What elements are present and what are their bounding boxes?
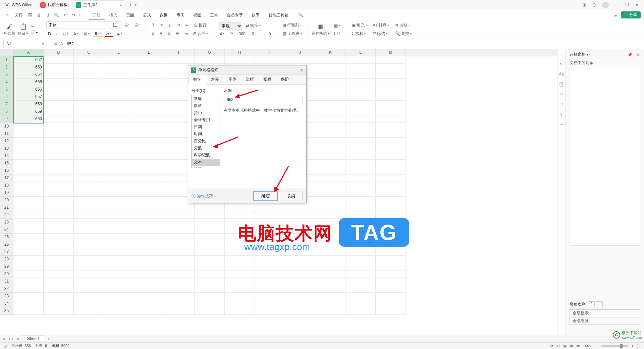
cell-D15[interactable] (104, 160, 134, 167)
cell-C9[interactable] (74, 115, 104, 123)
cell-H33[interactable] (225, 293, 255, 300)
row-header-1[interactable]: 1 (0, 56, 13, 64)
collapse-panel-icon[interactable]: — (559, 52, 564, 56)
row-header-17[interactable]: 17 (0, 174, 13, 182)
reader-icon[interactable]: ⊞ (583, 2, 586, 7)
cell-M15[interactable] (376, 160, 406, 167)
cell-B6[interactable] (44, 93, 74, 101)
tab-menu-icon[interactable]: ▾ (135, 3, 137, 7)
cell-E24[interactable] (134, 226, 164, 234)
cell-K17[interactable] (315, 174, 345, 182)
cell-G25[interactable] (195, 234, 225, 241)
cell-B18[interactable] (44, 182, 74, 189)
select-tool-icon[interactable]: ↖ (560, 62, 563, 66)
cell-B23[interactable] (44, 219, 74, 226)
col-header-G[interactable]: G (195, 49, 225, 56)
cell-M12[interactable] (376, 138, 406, 145)
cell-A35[interactable] (13, 307, 44, 315)
cell-M4[interactable] (376, 79, 406, 86)
cell-K18[interactable] (315, 182, 345, 189)
dlg-tab-protect[interactable]: 保护 (276, 75, 293, 84)
row-header-10[interactable]: 10 (0, 123, 13, 130)
font-color-icon[interactable]: A▾ (105, 30, 113, 37)
fx-icon[interactable]: fx (60, 42, 63, 46)
dialog-close-icon[interactable]: ✕ (300, 67, 304, 73)
cell-M2[interactable] (376, 64, 406, 71)
cell-C17[interactable] (74, 174, 104, 182)
cell-M19[interactable] (376, 189, 406, 197)
cell-E14[interactable] (134, 152, 164, 160)
cell-A12[interactable] (13, 138, 44, 145)
cell-E16[interactable] (134, 167, 164, 174)
cell-A10[interactable] (13, 123, 44, 130)
cell-L11[interactable] (345, 130, 376, 138)
cell-F28[interactable] (164, 256, 195, 263)
cell-A18[interactable] (13, 182, 44, 189)
record-icon[interactable]: ⊙ (557, 344, 560, 348)
cell-M32[interactable] (376, 285, 406, 293)
cell-E10[interactable] (134, 123, 164, 130)
dlg-tab-align[interactable]: 对齐 (206, 75, 224, 84)
row-header-24[interactable]: 24 (0, 226, 13, 234)
cell-L12[interactable] (345, 138, 376, 145)
cell-I32[interactable] (255, 285, 285, 293)
cell-C18[interactable] (74, 182, 104, 189)
cell-C26[interactable] (74, 241, 104, 248)
cell-style-icon[interactable]: ◫▾ (332, 30, 342, 36)
clear-format-icon[interactable]: ◈▾ (115, 31, 124, 37)
cell-B13[interactable] (44, 145, 74, 152)
cell-J29[interactable] (285, 263, 315, 270)
cell-C32[interactable] (74, 285, 104, 293)
cell-K28[interactable] (315, 256, 345, 263)
row-header-16[interactable]: 16 (0, 167, 13, 174)
last-sheet-icon[interactable]: ⇥ (15, 337, 19, 341)
cell-G33[interactable] (195, 293, 225, 300)
cell-D35[interactable] (104, 307, 134, 315)
cell-F24[interactable] (164, 226, 195, 234)
tab-member[interactable]: 会员专享 (223, 10, 247, 20)
row-header-25[interactable]: 25 (0, 234, 13, 241)
row-header-13[interactable]: 13 (0, 145, 13, 152)
cell-D3[interactable] (104, 71, 134, 79)
cell-K7[interactable] (315, 101, 345, 108)
view-page-icon[interactable]: ⊞ (570, 344, 573, 348)
col-header-H[interactable]: H (225, 49, 255, 56)
cell-F26[interactable] (164, 241, 195, 248)
cell-B19[interactable] (44, 189, 74, 197)
cell-K29[interactable] (315, 263, 345, 270)
col-header-K[interactable]: K (315, 49, 345, 56)
cell-F33[interactable] (164, 293, 195, 300)
cell-C11[interactable] (74, 130, 104, 138)
cell-M5[interactable] (376, 86, 406, 93)
cell-B5[interactable] (44, 86, 74, 93)
cell-L29[interactable] (345, 263, 376, 270)
cell-E1[interactable] (134, 56, 164, 64)
category-item[interactable]: 会计专用 (192, 116, 220, 123)
cut-icon[interactable]: ✂ (31, 24, 38, 29)
first-sheet-icon[interactable]: ⇤ (3, 337, 7, 341)
cell-E3[interactable] (134, 71, 164, 79)
cell-C10[interactable] (74, 123, 104, 130)
cell-F27[interactable] (164, 248, 195, 256)
cell-M22[interactable] (376, 211, 406, 219)
cell-H31[interactable] (225, 278, 255, 285)
cell-D2[interactable] (104, 64, 134, 71)
cell-E35[interactable] (134, 307, 164, 315)
cell-L30[interactable] (345, 270, 376, 278)
cell-C27[interactable] (74, 248, 104, 256)
cond-format-button[interactable]: ▦条件格式 ▾ (312, 23, 330, 36)
cell-B10[interactable] (44, 123, 74, 130)
show-all-button[interactable]: 全部显示 (570, 309, 640, 317)
expand-fx-icon[interactable]: ⊕ (54, 42, 57, 46)
cell-L9[interactable] (345, 115, 376, 123)
cell-C31[interactable] (74, 278, 104, 285)
cell-H28[interactable] (225, 256, 255, 263)
convert-button[interactable]: ⇄ 转换▾ (244, 22, 262, 29)
tab-view[interactable]: 视图 (189, 10, 205, 20)
cell-C19[interactable] (74, 189, 104, 197)
row-header-35[interactable]: 35 (0, 307, 13, 315)
category-item[interactable]: 特殊 (192, 166, 220, 168)
category-item[interactable]: 常规 (192, 95, 220, 102)
cell-M21[interactable] (376, 204, 406, 211)
cell-B2[interactable] (44, 64, 74, 71)
